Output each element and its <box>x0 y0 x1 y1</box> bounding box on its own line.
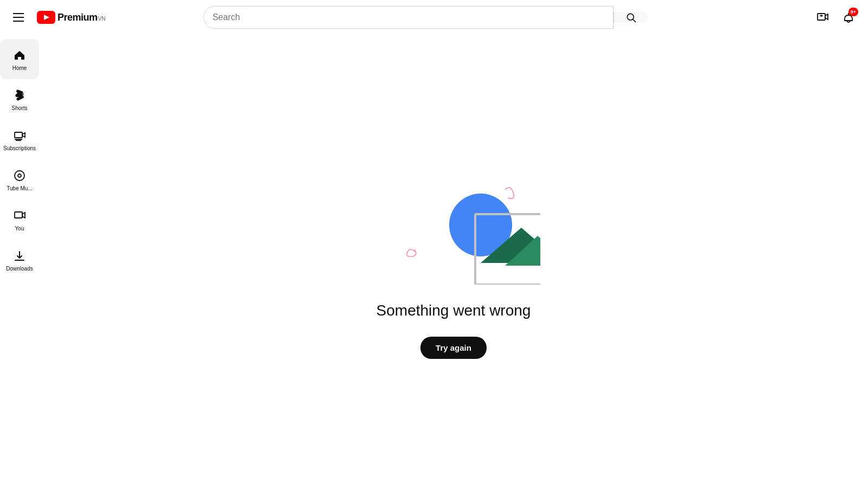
header-right: 9+ <box>812 7 859 28</box>
try-again-button[interactable]: Try again <box>420 337 487 359</box>
search-button[interactable] <box>614 12 648 23</box>
header: PremiumVN <box>0 0 868 35</box>
sidebar-item-shorts[interactable]: Shorts <box>0 79 39 119</box>
home-icon <box>13 49 26 62</box>
sidebar-item-home-label: Home <box>12 65 27 72</box>
notifications-button[interactable]: 9+ <box>838 7 859 28</box>
sidebar-item-home[interactable]: Home <box>0 39 39 79</box>
svg-rect-16 <box>15 212 22 218</box>
sidebar-item-downloads[interactable]: Downloads <box>0 240 39 280</box>
hamburger-menu-button[interactable] <box>9 9 28 26</box>
logo-vn: VN <box>98 16 106 22</box>
downloads-icon <box>13 249 26 262</box>
hamburger-line-1 <box>13 13 24 14</box>
sidebar-item-subscriptions-label: Subscriptions <box>3 145 36 152</box>
tube-music-icon <box>13 169 26 182</box>
sidebar-item-tube-music[interactable]: Tube Mu... <box>0 159 39 200</box>
svg-point-15 <box>18 174 21 177</box>
sidebar-item-shorts-label: Shorts <box>12 105 28 112</box>
shorts-icon <box>13 89 26 102</box>
create-button[interactable] <box>812 7 833 28</box>
search-icon <box>626 12 636 23</box>
svg-point-14 <box>15 171 24 181</box>
sidebar-item-subscriptions[interactable]: Subscriptions <box>0 119 39 159</box>
logo-text: Premium <box>58 12 98 23</box>
notifications-badge: 9+ <box>848 8 858 16</box>
search-form <box>203 6 614 29</box>
you-icon <box>13 209 26 222</box>
svg-rect-10 <box>15 132 22 138</box>
sidebar-item-you[interactable]: You <box>0 200 39 240</box>
error-svg <box>367 165 540 285</box>
sidebar-item-downloads-label: Downloads <box>6 266 33 272</box>
search-input[interactable] <box>204 7 613 28</box>
search-area <box>203 6 648 29</box>
hamburger-line-2 <box>13 17 24 18</box>
sidebar: Home Shorts Subscriptions <box>0 35 39 489</box>
youtube-icon <box>37 11 55 24</box>
sidebar-item-tube-music-label: Tube Mu... <box>7 185 32 192</box>
subscriptions-icon <box>13 129 26 142</box>
error-illustration <box>367 165 540 285</box>
main-content: Something went wrong Try again <box>39 35 868 489</box>
error-title: Something went wrong <box>376 302 531 319</box>
sidebar-item-you-label: You <box>15 226 24 232</box>
create-icon <box>816 11 829 24</box>
hamburger-line-3 <box>13 21 24 22</box>
header-left: PremiumVN <box>9 9 117 26</box>
svg-line-3 <box>633 20 636 22</box>
logo[interactable]: PremiumVN <box>37 11 105 24</box>
